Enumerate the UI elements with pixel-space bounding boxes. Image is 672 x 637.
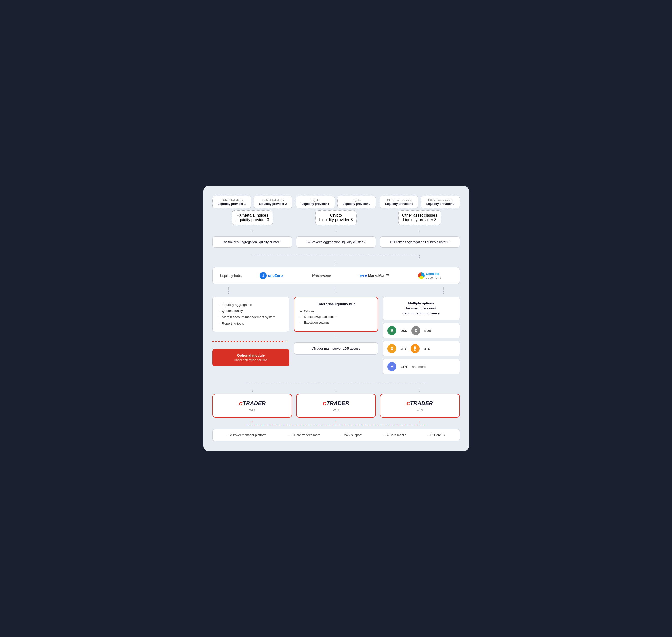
bottom-section: ↓ ↓ ↓ c TRADER WL1 c TRADER WL2 [212,379,460,441]
lp-other2-name: Liquidity provider 2 [425,202,456,206]
ctrader-logo-wl3: c TRADER [385,399,455,407]
lp-fx3-name: Liquidity provider 3 [235,218,269,222]
prime-text: Prime≋≋≋ [312,273,331,278]
lp-fx3-category: FX/Metals/Indices [235,213,269,218]
enterprise-item-1: – C-Book [300,310,372,313]
up-arrow-wl1: ↑ [212,420,292,423]
lp-group-other: Other asset classes Liquidity provider 1… [380,196,460,248]
currency-row-usd-eur: $ USD € EUR [383,323,460,338]
lp-fx2-name: Liquidity provider 2 [257,202,288,206]
ctrader-wl1-label: WL1 [217,408,288,412]
ctrader-wl3-label: WL3 [385,408,455,412]
enterprise-box: Enterprise liquidity hub – C-Book – Mark… [294,297,378,332]
service-b2core-ib-label: B2Core IB [430,433,445,437]
arrow-wl2-down: ↓ [296,388,376,393]
feat-item-2: – Quotes quality [218,308,284,314]
marksman-dot1 [360,275,362,277]
feat-label-3: Margin account management system [222,314,275,321]
cluster-box-crypto: B2Broker's Aggregation liquidity cluster… [296,236,376,248]
lp-other3-category: Other asset classes [402,213,438,218]
optional-title: Optional module [218,353,284,357]
lp-box-other1: Other asset classes Liquidity provider 1 [380,196,419,208]
hub-logos: 1 oneZero Prime≋≋≋ MarksMan™ [249,272,452,279]
enterprise-item-3: – Execution settings [300,321,372,324]
enterprise-item-2: – Markups/Spread control [300,315,372,319]
eth-icon: Ξ [387,362,396,371]
arrow-wl3-down: ↓ [380,388,460,393]
lp-other3-name: Liquidity provider 3 [402,218,438,222]
lp-other1-category: Other asset classes [384,199,415,202]
eur-icon: € [411,326,421,335]
lp-crypto1-category: Crypto [300,199,331,202]
lp-other2-category: Other asset classes [425,199,456,202]
margin-title-box: Multiple optionsfor margin accountdenomi… [383,297,460,321]
service-bar: – cBroker manager platform – B2Core trad… [212,429,460,441]
marksman-dots [360,275,367,277]
centroid-text: CentroidSOLUTIONS [426,272,441,279]
feat-label-1: Liquidity aggregation [222,302,252,308]
btc-label: BTC [424,347,430,350]
server-label: cTrader main server LD5 access [312,347,360,350]
lp-box-fx2: FX/Metals/Indices Liquidity provider 2 [253,196,292,208]
center-column: Enterprise liquidity hub – C-Book – Mark… [294,297,378,354]
jpy-label: JPY [401,347,407,350]
lp-box-crypto2: Crypto Liquidity provider 2 [337,196,376,208]
lp-crypto3-name: Liquidity provider 3 [319,218,353,222]
jpy-icon: ¥ [387,344,396,353]
lp-box-crypto3: Crypto Liquidity provider 3 [315,211,356,225]
diagram-container: FX/Metals/Indices Liquidity provider 1 F… [204,186,469,451]
marksman-dot2 [362,275,365,277]
lp-box-other2: Other asset classes Liquidity provider 2 [421,196,460,208]
hub-marksman: MarksMan™ [360,273,389,278]
usd-label: USD [401,329,407,332]
currency-row-eth: Ξ ETH and more [383,359,460,374]
hub-onezero: 1 oneZero [260,272,283,279]
lp-box-fx3: FX/Metals/Indices Liquidity provider 3 [232,211,273,225]
hubs-bar: Liquidity hubs 1 oneZero Prime≋≋≋ Ma [212,267,460,284]
usd-icon: $ [387,326,396,335]
currency-row-jpy-btc: ¥ JPY ₿ BTC [383,341,460,356]
arrow-other-down: ↓ [380,229,460,233]
service-b2core-trader-label: B2Core trader's room [290,433,320,437]
ctrader-box-wl2: c TRADER WL2 [296,394,376,418]
feat-item-4: – Reporting tools [218,321,284,327]
arrow-crypto-down: ↓ [296,229,376,233]
ctrader-wl2-label: WL2 [301,408,371,412]
lp-fx1-name: Liquidity provider 1 [216,202,247,206]
up-arrow-wl3: ↑ [380,420,460,423]
features-box: – Liquidity aggregation – Quotes quality… [212,297,289,332]
margin-title-text: Multiple optionsfor margin accountdenomi… [387,301,455,316]
arrow-wl1-down: ↓ [212,388,292,393]
cluster-box-other: B2Broker's Aggregation liquidity cluster… [380,236,460,248]
eth-label: ETH [401,365,407,368]
right-column: Multiple optionsfor margin accountdenomi… [383,297,460,375]
service-b2core-trader: – B2Core trader's room [287,433,320,437]
optional-module-box: Optional module under enterprise solutio… [212,349,289,366]
feat-item-3: – Margin account management system [218,314,284,321]
bottom-arrows: ↓ ↓ ↓ [212,388,460,393]
lp-box-other3: Other asset classes Liquidity provider 3 [399,211,441,225]
enterprise-title: Enterprise liquidity hub [300,302,372,306]
lp-crypto1-name: Liquidity provider 1 [300,202,331,206]
up-arrows-row: ↑ ↑ ↑ [212,420,460,423]
cluster-box-fx: B2Broker's Aggregation liquidity cluster… [212,236,292,248]
service-247: – 24/7 support [341,433,361,437]
lp-box-crypto1: Crypto Liquidity provider 1 [296,196,335,208]
centroid-circle-icon [418,272,425,279]
lp-crypto2-name: Liquidity provider 2 [341,202,372,206]
ctrader-box-wl3: c TRADER WL3 [380,394,460,418]
middle-section: – Liquidity aggregation – Quotes quality… [212,297,460,375]
lp-crypto3-category: Crypto [319,213,353,218]
ctrader-logo-wl1: c TRADER [217,399,288,407]
lp-groups-section: FX/Metals/Indices Liquidity provider 1 F… [212,196,460,248]
marksman-dot3 [365,275,367,277]
service-b2core-mobile: – B2Core mobile [383,433,406,437]
feat-label-4: Reporting tools [222,321,244,327]
feat-label-2: Quotes quality [222,308,243,314]
lp-fx1-category: FX/Metals/Indices [216,199,247,202]
arrow-main-down: ↓ [212,261,460,265]
and-more-label: and more [412,365,426,368]
left-column: – Liquidity aggregation – Quotes quality… [212,297,289,366]
hubs-label: Liquidity hubs [220,274,242,278]
marksman-text: MarksMan™ [368,273,389,278]
